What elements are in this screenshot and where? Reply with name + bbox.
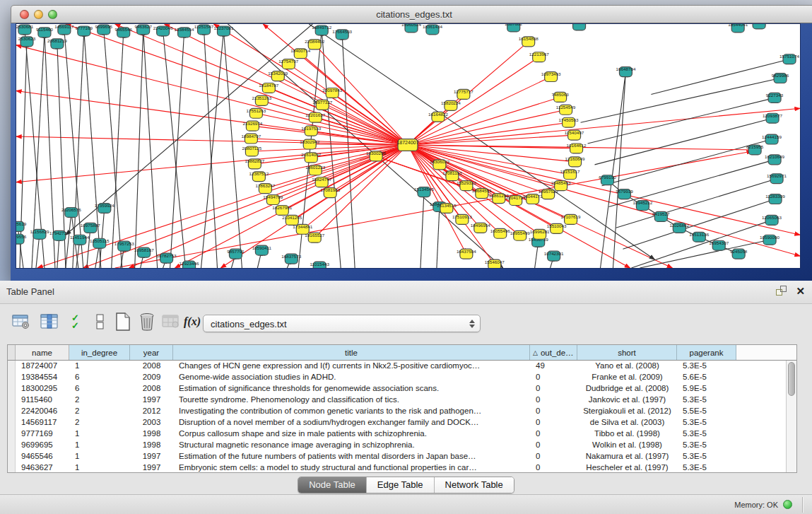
table-cell[interactable]: 2008 — [130, 383, 173, 395]
table-cell[interactable]: 5.5E-5 — [677, 406, 736, 417]
graph-node[interactable]: 12160649 — [565, 156, 585, 166]
create-column-icon[interactable] — [113, 311, 133, 332]
graph-node[interactable]: 19384554 — [175, 27, 194, 37]
graph-node[interactable]: 9679919 — [616, 189, 633, 199]
graph-node[interactable]: 19494789 — [263, 194, 283, 204]
table-cell[interactable]: Embryonic stem cells: a model to study s… — [173, 462, 530, 472]
table-cell[interactable]: Franke et al. (2009) — [577, 372, 677, 383]
scrollbar-thumb[interactable] — [788, 362, 795, 396]
graph-node[interactable]: 12093877 — [763, 113, 782, 123]
table-cell[interactable]: Disruption of a novel member of a sodium… — [173, 417, 530, 428]
table-cell[interactable]: 5.3E-5 — [677, 440, 736, 451]
table-cell[interactable]: Structural magnetic resonance image aver… — [173, 440, 530, 451]
graph-node[interactable]: 16055496 — [490, 228, 510, 238]
table-cell[interactable]: 22420046 — [16, 406, 69, 417]
column-header-in-degree[interactable]: in_degree — [69, 345, 130, 360]
graph-node[interactable]: 17081983 — [320, 187, 340, 197]
table-cell[interactable]: 1997 — [130, 462, 173, 472]
table-cell[interactable]: 5.3E-5 — [677, 451, 736, 462]
table-cell[interactable]: 6 — [69, 383, 130, 395]
graph-node[interactable]: 16782753 — [157, 253, 177, 263]
table-cell[interactable]: de Silva et al. (2003) — [577, 417, 677, 428]
table-cell[interactable]: 5.3E-5 — [677, 417, 736, 428]
graph-node[interactable]: 17510913 — [452, 214, 472, 224]
table-cell[interactable]: 2012 — [130, 406, 173, 417]
table-cell[interactable]: Nakamura et al. (1997) — [577, 451, 677, 462]
table-cell[interactable]: Jankovic et al. (1997) — [577, 395, 677, 406]
table-cell[interactable]: 19384554 — [16, 372, 69, 383]
table-cell[interactable]: 1997 — [130, 395, 173, 406]
table-cell[interactable]: 5.3E-5 — [677, 395, 736, 406]
table-cell[interactable]: 0 — [530, 406, 577, 417]
table-cell[interactable]: 0 — [530, 372, 577, 383]
graph-node[interactable]: 19862827 — [245, 158, 264, 168]
graph-node[interactable]: 18496954 — [471, 223, 490, 233]
table-cell[interactable]: 9465546 — [16, 451, 69, 462]
graph-node[interactable]: 9699695 — [95, 24, 113, 34]
graph-node[interactable]: 15342009 — [268, 71, 288, 81]
table-cell[interactable]: 0 — [530, 451, 577, 462]
graph-node[interactable]: 9463627 — [134, 24, 152, 34]
graph-node[interactable]: 9227343 — [766, 93, 784, 103]
float-panel-icon[interactable] — [776, 286, 787, 296]
graph-node[interactable]: 18184787 — [259, 83, 278, 93]
table-cell[interactable]: 0 — [530, 462, 577, 472]
graph-node[interactable]: 11540497 — [565, 130, 584, 140]
table-cell[interactable]: 5.6E-5 — [677, 372, 736, 383]
graph-node[interactable]: 12754707 — [278, 59, 298, 69]
graph-node[interactable]: 9115460 — [36, 27, 53, 37]
graph-node[interactable]: 12923446 — [180, 261, 199, 268]
table-cell[interactable]: 5.9E-5 — [677, 383, 736, 395]
table-cell[interactable]: Dudbridge et al. (2008) — [577, 383, 677, 395]
table-cell[interactable]: 2 — [69, 417, 130, 428]
graph-node[interactable]: 16437504 — [457, 249, 476, 259]
table-cell[interactable]: Wolkin et al. (1998) — [577, 440, 677, 451]
table-cell[interactable]: Genome-wide association studies in ADHD. — [173, 372, 530, 383]
graph-node[interactable]: 9777169 — [76, 25, 93, 35]
graph-node[interactable]: 7485063 — [551, 92, 569, 102]
window-titlebar[interactable]: citations_edges.txt — [11, 5, 812, 23]
graph-node[interactable]: 16154808 — [519, 36, 539, 46]
graph-node[interactable]: 11451944 — [70, 235, 90, 245]
graph-node[interactable]: 2530623 — [18, 36, 36, 46]
citation-network-graph[interactable]: 2530681911546014569117977716996996959465… — [16, 24, 800, 268]
function-builder-icon[interactable]: f(x) — [182, 311, 202, 332]
graph-node[interactable]: 10590411 — [252, 245, 272, 255]
graph-node[interactable]: 9465546 — [114, 27, 132, 37]
graph-node[interactable]: 10975887 — [81, 223, 100, 233]
show-columns-icon[interactable] — [40, 311, 59, 332]
graph-node[interactable]: 20681219 — [47, 38, 67, 48]
graph-node[interactable]: 15751074 — [779, 54, 799, 64]
clear-selection-icon[interactable] — [90, 311, 110, 332]
graph-node[interactable]: 12213967 — [529, 52, 549, 62]
select-all-icon[interactable]: ✓✓ — [68, 311, 88, 332]
graph-node[interactable]: 12367512 — [249, 171, 269, 181]
graph-node[interactable]: 15820224 — [441, 100, 461, 110]
table-cell[interactable]: Yano et al. (2008) — [577, 361, 677, 372]
table-cell[interactable]: 0 — [530, 383, 577, 395]
delete-table-icon[interactable] — [161, 311, 181, 332]
table-cell[interactable]: 1 — [69, 361, 130, 372]
table-cell[interactable]: Stergiakouli et al. (2012) — [577, 406, 677, 417]
memory-status-icon[interactable] — [783, 500, 792, 509]
table-cell[interactable]: 1998 — [130, 440, 173, 451]
graph-node[interactable]: 16210649 — [765, 154, 784, 164]
graph-node[interactable]: 17942737 — [49, 230, 69, 240]
table-cell[interactable]: 18724007 — [16, 361, 69, 372]
table-cell[interactable]: 0 — [530, 395, 577, 406]
table-cell[interactable]: Corpus callosum shape and size in male p… — [173, 428, 530, 440]
graph-node[interactable]: 2530681 — [16, 24, 34, 34]
table-cell[interactable]: Estimation of the future numbers of pati… — [173, 451, 530, 462]
graph-node[interactable]: 8215955 — [746, 144, 764, 154]
table-row[interactable]: 1872400712008Changes of HCN gene express… — [8, 361, 786, 372]
table-row[interactable]: 946554611997Estimation of the future num… — [8, 451, 786, 462]
table-row[interactable]: 1938455462009Genome-wide association stu… — [8, 372, 786, 383]
table-cell[interactable]: 9777169 — [16, 428, 69, 440]
table-vertical-scrollbar[interactable] — [786, 361, 796, 472]
graph-node[interactable]: 18544041 — [728, 24, 748, 33]
table-cell[interactable]: 2009 — [130, 372, 173, 383]
table-mode-icon[interactable] — [11, 311, 31, 332]
graph-node[interactable]: 10958167 — [134, 247, 154, 257]
graph-node[interactable]: 15510043 — [547, 223, 567, 233]
table-row[interactable]: 969969511998Structural magnetic resonanc… — [8, 440, 786, 451]
